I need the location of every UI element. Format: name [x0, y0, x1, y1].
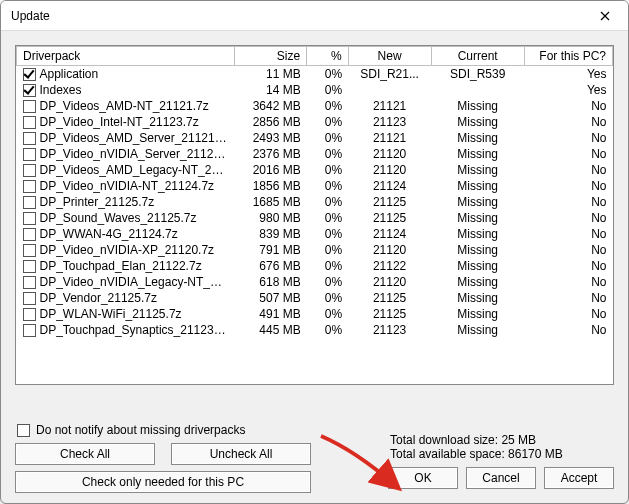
row-current: Missing	[431, 178, 524, 194]
row-percent: 0%	[307, 114, 348, 130]
table-row[interactable]: DP_Video_Intel-NT_21123.7z2856 MB0%21123…	[17, 114, 613, 130]
row-new: 21123	[348, 322, 431, 338]
row-checkbox[interactable]	[23, 276, 36, 289]
row-checkbox[interactable]	[23, 324, 36, 337]
table-row[interactable]: DP_Videos_AMD_Server_21121.7z2493 MB0%21…	[17, 130, 613, 146]
row-percent: 0%	[307, 98, 348, 114]
row-size: 14 MB	[234, 82, 307, 98]
table-row[interactable]: DP_Video_nVIDIA-XP_21120.7z791 MB0%21120…	[17, 242, 613, 258]
row-forpc: No	[524, 322, 612, 338]
row-size: 507 MB	[234, 290, 307, 306]
table-row[interactable]: DP_Printer_21125.7z1685 MB0%21125Missing…	[17, 194, 613, 210]
table-row[interactable]: DP_Touchpad_Synaptics_21123.7z445 MB0%21…	[17, 322, 613, 338]
accept-button[interactable]: Accept	[544, 467, 614, 489]
row-size: 791 MB	[234, 242, 307, 258]
info-text: Total download size: 25 MB Total availab…	[390, 433, 614, 461]
driverpack-table-wrap[interactable]: Driverpack Size % New Current For this P…	[15, 45, 614, 385]
col-header-new[interactable]: New	[348, 47, 431, 66]
row-checkbox[interactable]	[23, 260, 36, 273]
row-percent: 0%	[307, 322, 348, 338]
row-current: Missing	[431, 98, 524, 114]
row-checkbox[interactable]	[23, 244, 36, 257]
close-button[interactable]	[582, 1, 628, 31]
table-row[interactable]: DP_Touchpad_Elan_21122.7z676 MB0%21122Mi…	[17, 258, 613, 274]
check-all-button[interactable]: Check All	[15, 443, 155, 465]
row-size: 1685 MB	[234, 194, 307, 210]
footer-area: Do not notify about missing driverpacks …	[15, 419, 614, 489]
table-row[interactable]: Application11 MB0%SDI_R21...SDI_R539Yes	[17, 66, 613, 83]
row-checkbox[interactable]	[23, 148, 36, 161]
row-new: 21124	[348, 226, 431, 242]
row-new: 21121	[348, 130, 431, 146]
row-checkbox[interactable]	[23, 292, 36, 305]
col-header-driverpack[interactable]: Driverpack	[17, 47, 235, 66]
notify-label: Do not notify about missing driverpacks	[36, 423, 245, 437]
row-name: DP_Touchpad_Elan_21122.7z	[40, 259, 202, 273]
table-row[interactable]: DP_Vendor_21125.7z507 MB0%21125MissingNo	[17, 290, 613, 306]
row-checkbox[interactable]	[23, 212, 36, 225]
row-current: Missing	[431, 226, 524, 242]
notify-checkbox[interactable]	[17, 424, 30, 437]
row-forpc: No	[524, 290, 612, 306]
row-checkbox[interactable]	[23, 164, 36, 177]
row-checkbox[interactable]	[23, 228, 36, 241]
row-current: Missing	[431, 290, 524, 306]
row-current: Missing	[431, 146, 524, 162]
row-forpc: No	[524, 306, 612, 322]
row-checkbox[interactable]	[23, 308, 36, 321]
row-checkbox[interactable]	[23, 100, 36, 113]
row-checkbox[interactable]	[23, 84, 36, 97]
row-current: Missing	[431, 306, 524, 322]
col-header-current[interactable]: Current	[431, 47, 524, 66]
row-new: 21120	[348, 162, 431, 178]
row-new: 21125	[348, 210, 431, 226]
row-current: Missing	[431, 274, 524, 290]
row-new: 21123	[348, 114, 431, 130]
col-header-size[interactable]: Size	[234, 47, 307, 66]
row-forpc: No	[524, 178, 612, 194]
row-checkbox[interactable]	[23, 180, 36, 193]
row-name: DP_Video_Intel-NT_21123.7z	[40, 115, 199, 129]
row-size: 2493 MB	[234, 130, 307, 146]
row-forpc: No	[524, 242, 612, 258]
table-row[interactable]: Indexes14 MB0%Yes	[17, 82, 613, 98]
row-name: DP_Videos_AMD_Legacy-NT_211...	[40, 163, 235, 177]
table-row[interactable]: DP_Videos_AMD-NT_21121.7z3642 MB0%21121M…	[17, 98, 613, 114]
cancel-button[interactable]: Cancel	[466, 467, 536, 489]
row-forpc: No	[524, 194, 612, 210]
col-header-percent[interactable]: %	[307, 47, 348, 66]
row-percent: 0%	[307, 82, 348, 98]
row-current: Missing	[431, 322, 524, 338]
table-row[interactable]: DP_Video_nVIDIA-NT_21124.7z1856 MB0%2112…	[17, 178, 613, 194]
row-new: 21125	[348, 306, 431, 322]
row-percent: 0%	[307, 178, 348, 194]
check-only-pc-button[interactable]: Check only needed for this PC	[15, 471, 311, 493]
row-forpc: Yes	[524, 82, 612, 98]
row-current: Missing	[431, 210, 524, 226]
row-new: 21125	[348, 290, 431, 306]
row-checkbox[interactable]	[23, 116, 36, 129]
table-row[interactable]: DP_Sound_Waves_21125.7z980 MB0%21125Miss…	[17, 210, 613, 226]
ok-button[interactable]: OK	[388, 467, 458, 489]
row-size: 676 MB	[234, 258, 307, 274]
table-row[interactable]: DP_Video_nVIDIA_Server_21120.7z2376 MB0%…	[17, 146, 613, 162]
row-size: 491 MB	[234, 306, 307, 322]
uncheck-all-button[interactable]: Uncheck All	[171, 443, 311, 465]
row-name: DP_WLAN-WiFi_21125.7z	[40, 307, 182, 321]
row-size: 3642 MB	[234, 98, 307, 114]
col-header-forpc[interactable]: For this PC?	[524, 47, 612, 66]
table-row[interactable]: DP_Video_nVIDIA_Legacy-NT_211...618 MB0%…	[17, 274, 613, 290]
table-row[interactable]: DP_WLAN-WiFi_21125.7z491 MB0%21125Missin…	[17, 306, 613, 322]
row-checkbox[interactable]	[23, 196, 36, 209]
table-row[interactable]: DP_WWAN-4G_21124.7z839 MB0%21124MissingN…	[17, 226, 613, 242]
row-new: 21121	[348, 98, 431, 114]
close-icon	[600, 11, 610, 21]
update-dialog: Update Driverpack Size % New Current For…	[0, 0, 629, 504]
row-percent: 0%	[307, 258, 348, 274]
row-checkbox[interactable]	[23, 68, 36, 81]
available-space-label: Total available space: 86170 MB	[390, 447, 614, 461]
row-new: 21120	[348, 146, 431, 162]
row-checkbox[interactable]	[23, 132, 36, 145]
table-row[interactable]: DP_Videos_AMD_Legacy-NT_211...2016 MB0%2…	[17, 162, 613, 178]
row-current: Missing	[431, 114, 524, 130]
